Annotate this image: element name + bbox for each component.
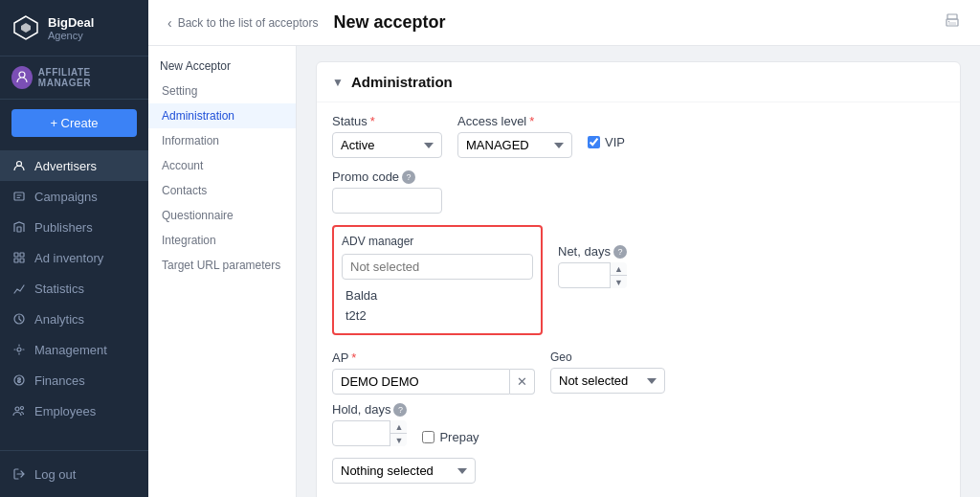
- vip-checkbox[interactable]: [588, 136, 600, 148]
- create-button[interactable]: + Create: [11, 109, 137, 137]
- sidebar-footer: Log out: [0, 450, 148, 497]
- sidebar-item-analytics[interactable]: Analytics: [0, 304, 148, 334]
- hold-days-info-icon: ?: [393, 403, 407, 417]
- net-days-input-row: ▲ ▼: [558, 262, 627, 288]
- ap-geo-hold-column: AP* ✕ Geo: [332, 350, 665, 446]
- payment-group: Nothing selected: [332, 458, 476, 484]
- hold-days-increment[interactable]: ▲: [390, 420, 407, 434]
- adv-manager-search[interactable]: [342, 254, 533, 280]
- ap-clear-button[interactable]: ✕: [510, 369, 535, 395]
- status-row: Status* Active Access level* MANAGED: [332, 114, 945, 158]
- promo-group: Promo code ?: [332, 169, 442, 214]
- back-link[interactable]: ‹ Back to the list of acceptors: [167, 15, 318, 31]
- svg-rect-4: [20, 253, 24, 257]
- status-group: Status* Active: [332, 114, 442, 158]
- back-chevron-icon: ‹: [167, 15, 172, 31]
- hold-days-label: Hold, days ?: [332, 402, 407, 417]
- adv-ap-geo-row: ADV manager Balda t2t2: [332, 225, 945, 446]
- sidebar-item-employees[interactable]: Employees: [0, 395, 148, 426]
- prepay-label: Prepay: [439, 430, 479, 444]
- sub-sidebar-item-administration[interactable]: Administration: [148, 103, 296, 128]
- role-icon: [11, 66, 33, 89]
- back-label: Back to the list of acceptors: [178, 16, 319, 30]
- finances-icon: [11, 373, 27, 388]
- employees-icon: [11, 403, 27, 418]
- sub-sidebar-item-setting[interactable]: Setting: [148, 79, 296, 103]
- topbar-actions: [944, 12, 961, 33]
- adv-item-balda[interactable]: Balda: [342, 285, 533, 305]
- logout-label: Log out: [34, 467, 76, 482]
- analytics-icon: [11, 311, 27, 327]
- sidebar-nav: Advertisers Campaigns Publishers Ad inve…: [0, 147, 148, 450]
- sub-sidebar-item-account[interactable]: Account: [148, 153, 296, 178]
- hold-days-decrement[interactable]: ▼: [390, 434, 407, 446]
- svg-rect-12: [947, 14, 957, 19]
- logout-item[interactable]: Log out: [0, 459, 148, 489]
- svg-point-8: [17, 348, 21, 351]
- adv-manager-box: ADV manager Balda t2t2: [332, 225, 543, 335]
- sidebar-item-campaigns[interactable]: Campaigns: [0, 181, 148, 212]
- hold-days-spinners: ▲ ▼: [390, 420, 407, 446]
- administration-section-header[interactable]: ▼ Administration: [317, 62, 960, 102]
- net-days-label: Net, days ?: [558, 244, 627, 259]
- administration-section: ▼ Administration Status* Active: [316, 61, 961, 497]
- geo-group: Geo Not selected: [550, 350, 665, 394]
- status-select[interactable]: Active: [332, 132, 442, 158]
- form-area: ▼ Administration Status* Active: [297, 46, 980, 497]
- prepay-row: Prepay: [422, 430, 479, 446]
- hold-days-input[interactable]: [332, 420, 393, 446]
- sidebar-item-publishers[interactable]: Publishers: [0, 212, 148, 242]
- content: New Acceptor Setting Administration Info…: [148, 46, 980, 497]
- ad-inventory-icon: [11, 250, 27, 265]
- logo: BigDeal Agency: [0, 0, 148, 56]
- sub-sidebar: New Acceptor Setting Administration Info…: [148, 46, 297, 497]
- sidebar-item-finances[interactable]: Finances: [0, 365, 148, 395]
- payment-select[interactable]: Nothing selected: [332, 458, 476, 484]
- sub-sidebar-item-questionnaire[interactable]: Questionnaire: [148, 203, 296, 228]
- publishers-icon: [11, 219, 27, 235]
- topbar: ‹ Back to the list of acceptors New acce…: [148, 0, 980, 46]
- ap-input-row: ✕: [332, 369, 535, 395]
- sub-sidebar-item-target-url[interactable]: Target URL parameters: [148, 253, 296, 278]
- ap-input[interactable]: [332, 369, 510, 395]
- status-label: Status*: [332, 114, 442, 128]
- sidebar-label-advertisers: Advertisers: [34, 159, 97, 173]
- management-icon: [11, 342, 27, 357]
- sub-sidebar-item-contacts[interactable]: Contacts: [148, 178, 296, 203]
- sub-sidebar-item-information[interactable]: Information: [148, 128, 296, 153]
- sub-sidebar-group: New Acceptor: [148, 54, 296, 79]
- access-level-label: Access level*: [457, 114, 572, 128]
- logo-icon: [11, 13, 40, 42]
- sidebar-item-advertisers[interactable]: Advertisers: [0, 150, 148, 181]
- promo-label: Promo code ?: [332, 169, 442, 184]
- advertisers-icon: [11, 158, 27, 173]
- geo-label: Geo: [550, 350, 665, 364]
- access-level-select[interactable]: MANAGED: [457, 132, 572, 158]
- ap-geo-row: AP* ✕ Geo: [332, 350, 665, 395]
- ap-label: AP*: [332, 350, 535, 365]
- sidebar-item-management[interactable]: Management: [0, 334, 148, 365]
- role-row: AFFILIATE MANAGER: [0, 56, 148, 100]
- sub-sidebar-item-integration[interactable]: Integration: [148, 228, 296, 253]
- adv-manager-label: ADV manager: [342, 235, 533, 248]
- vip-label: VIP: [605, 135, 625, 149]
- net-days-increment[interactable]: ▲: [611, 262, 627, 276]
- sidebar-label-ad-inventory: Ad inventory: [34, 251, 103, 265]
- prepay-checkbox[interactable]: [422, 431, 434, 443]
- adv-item-t2t2[interactable]: t2t2: [342, 305, 533, 326]
- promo-input[interactable]: [332, 188, 442, 214]
- main-area: ‹ Back to the list of acceptors New acce…: [148, 0, 980, 497]
- sidebar-item-statistics[interactable]: Statistics: [0, 273, 148, 304]
- logo-text: BigDeal Agency: [48, 15, 94, 41]
- net-days-decrement[interactable]: ▼: [611, 276, 627, 288]
- print-icon[interactable]: [944, 12, 961, 33]
- sidebar-label-management: Management: [34, 343, 107, 357]
- geo-select[interactable]: Not selected: [550, 368, 665, 394]
- campaigns-icon: [11, 189, 27, 204]
- sidebar-item-ad-inventory[interactable]: Ad inventory: [0, 242, 148, 273]
- role-label: AFFILIATE MANAGER: [38, 67, 137, 88]
- svg-rect-14: [948, 22, 956, 25]
- sidebar-label-analytics: Analytics: [34, 312, 84, 327]
- hold-days-input-row: ▲ ▼: [332, 420, 407, 446]
- sidebar-label-campaigns: Campaigns: [34, 190, 98, 204]
